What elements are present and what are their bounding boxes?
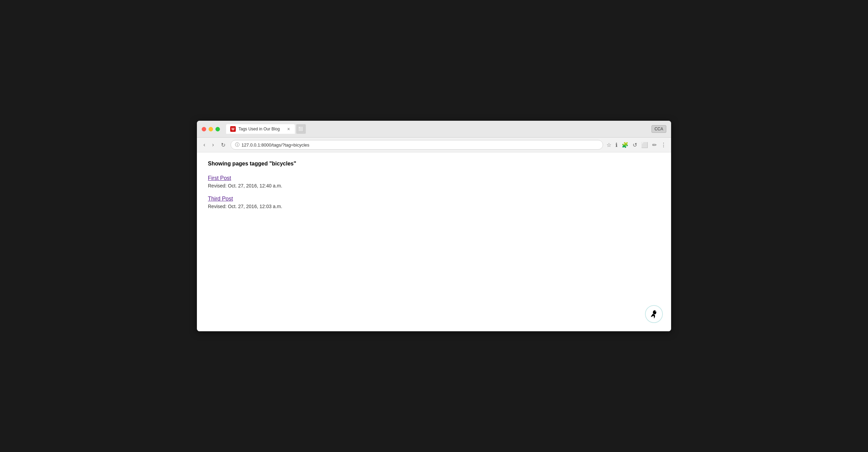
cca-badge: CCA bbox=[652, 125, 666, 133]
new-tab-icon: ⬜ bbox=[298, 127, 304, 132]
close-button[interactable] bbox=[202, 127, 206, 131]
third-post-revised: Revised: Oct. 27, 2016, 12:03 a.m. bbox=[208, 204, 282, 209]
page-heading: Showing pages tagged "bicycles" bbox=[208, 161, 660, 167]
first-post-revised: Revised: Oct. 27, 2016, 12:40 a.m. bbox=[208, 183, 282, 189]
browser-window: W Tags Used in Our Blog × ⬜ CCA ‹ › ↻ ⓘ … bbox=[197, 121, 671, 331]
screenshot-icon[interactable]: ⬜ bbox=[641, 142, 648, 148]
toolbar-icons: ☆ ℹ 🧩 ↺ ⬜ ✏ ⋮ bbox=[607, 142, 666, 148]
post-item-first: First Post Revised: Oct. 27, 2016, 12:40… bbox=[208, 175, 660, 189]
address-security-icon: ⓘ bbox=[235, 142, 240, 148]
back-button[interactable]: ‹ bbox=[202, 141, 207, 149]
first-post-link[interactable]: First Post bbox=[208, 175, 660, 181]
forward-button[interactable]: › bbox=[210, 141, 215, 149]
wagtail-icon-button[interactable] bbox=[645, 305, 663, 323]
menu-icon[interactable]: ⋮ bbox=[661, 142, 666, 148]
new-tab-button[interactable]: ⬜ bbox=[296, 124, 306, 134]
third-post-link[interactable]: Third Post bbox=[208, 196, 660, 202]
refresh-icon[interactable]: ↺ bbox=[633, 142, 637, 148]
minimize-button[interactable] bbox=[209, 127, 213, 131]
bookmark-star-icon[interactable]: ☆ bbox=[607, 142, 611, 148]
active-tab[interactable]: W Tags Used in Our Blog × bbox=[226, 124, 295, 134]
wagtail-bird-icon bbox=[649, 309, 659, 319]
info-icon[interactable]: ℹ bbox=[615, 142, 617, 148]
maximize-button[interactable] bbox=[215, 127, 220, 131]
svg-point-0 bbox=[653, 310, 656, 314]
post-item-third: Third Post Revised: Oct. 27, 2016, 12:03… bbox=[208, 196, 660, 209]
reload-button[interactable]: ↻ bbox=[219, 141, 227, 149]
tab-close-button[interactable]: × bbox=[287, 126, 291, 132]
edit-icon[interactable]: ✏ bbox=[652, 142, 657, 148]
tab-title-label: Tags Used in Our Blog bbox=[238, 127, 284, 131]
window-controls bbox=[202, 127, 220, 131]
address-input[interactable] bbox=[242, 142, 599, 148]
address-input-wrapper[interactable]: ⓘ bbox=[231, 140, 603, 150]
extension-icon[interactable]: 🧩 bbox=[622, 142, 628, 148]
svg-point-2 bbox=[655, 311, 656, 312]
address-bar: ‹ › ↻ ⓘ ☆ ℹ 🧩 ↺ ⬜ ✏ ⋮ bbox=[197, 138, 671, 152]
page-content: Showing pages tagged "bicycles" First Po… bbox=[197, 152, 671, 331]
tab-bar: W Tags Used in Our Blog × ⬜ bbox=[226, 124, 648, 134]
title-bar: W Tags Used in Our Blog × ⬜ CCA bbox=[197, 121, 671, 138]
tab-favicon-icon: W bbox=[230, 126, 236, 132]
